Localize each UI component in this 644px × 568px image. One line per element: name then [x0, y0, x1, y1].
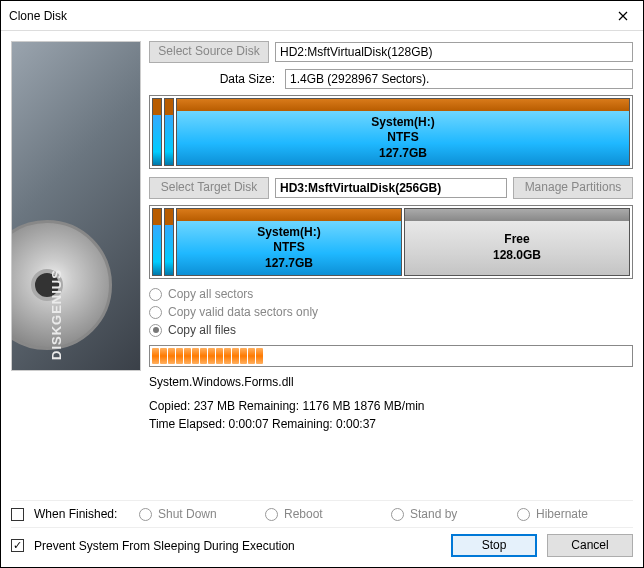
radio-label: Stand by: [410, 507, 457, 521]
radio-icon: [149, 288, 162, 301]
disk-slot: [164, 208, 174, 276]
when-finished-checkbox[interactable]: [11, 508, 24, 521]
current-file: System.Windows.Forms.dll: [149, 375, 633, 389]
partition-name: System(H:): [371, 115, 434, 131]
disk-slot: [164, 98, 174, 166]
radio-icon: [149, 306, 162, 319]
shutdown-radio[interactable]: Shut Down: [139, 507, 255, 521]
close-icon: [618, 11, 628, 21]
radio-label: Copy valid data sectors only: [168, 305, 318, 319]
source-disk-field[interactable]: HD2:MsftVirtualDisk(128GB): [275, 42, 633, 62]
radio-label: Reboot: [284, 507, 323, 521]
stats-block: Copied: 237 MB Remaining: 1176 MB 1876 M…: [149, 397, 633, 433]
window-title: Clone Disk: [9, 9, 603, 23]
stats-line: Time Elapsed: 0:00:07 Remaining: 0:00:37: [149, 415, 633, 433]
disk-slot: [152, 208, 162, 276]
radio-label: Hibernate: [536, 507, 588, 521]
partition-size: 128.0GB: [493, 248, 541, 264]
titlebar: Clone Disk: [1, 1, 643, 31]
sidebar-illustration: DISKGENIUS: [11, 41, 141, 371]
radio-label: Copy all sectors: [168, 287, 253, 301]
radio-icon: [265, 508, 278, 521]
when-finished-label: When Finished:: [34, 507, 129, 521]
source-partition[interactable]: System(H:) NTFS 127.7GB: [176, 98, 630, 166]
partition-name: System(H:): [257, 225, 320, 241]
prevent-sleep-checkbox[interactable]: [11, 539, 24, 552]
radio-label: Shut Down: [158, 507, 217, 521]
stats-line: Copied: 237 MB Remaining: 1176 MB 1876 M…: [149, 397, 633, 415]
standby-radio[interactable]: Stand by: [391, 507, 507, 521]
target-disk-field[interactable]: HD3:MsftVirtualDisk(256GB): [275, 178, 507, 198]
reboot-radio[interactable]: Reboot: [265, 507, 381, 521]
progress-bar: [149, 345, 633, 367]
target-disk-bar: System(H:) NTFS 127.7GB Free 128.0GB: [149, 205, 633, 279]
select-target-disk-button[interactable]: Select Target Disk: [149, 177, 269, 199]
brand-label: DISKGENIUS: [49, 269, 64, 360]
data-size-label: Data Size:: [149, 72, 279, 86]
partition-size: 127.7GB: [379, 146, 427, 162]
stop-button[interactable]: Stop: [451, 534, 537, 557]
partition-fs: NTFS: [387, 130, 418, 146]
data-size-field: 1.4GB (2928967 Sectors).: [285, 69, 633, 89]
copy-all-sectors-radio[interactable]: Copy all sectors: [149, 287, 633, 301]
cancel-button[interactable]: Cancel: [547, 534, 633, 557]
radio-icon: [517, 508, 530, 521]
radio-icon: [149, 324, 162, 337]
manage-partitions-button[interactable]: Manage Partitions: [513, 177, 633, 199]
prevent-sleep-label: Prevent System From Sleeping During Exec…: [34, 539, 295, 553]
partition-name: Free: [504, 232, 529, 248]
select-source-disk-button[interactable]: Select Source Disk: [149, 41, 269, 63]
close-button[interactable]: [603, 1, 643, 31]
target-partition-free[interactable]: Free 128.0GB: [404, 208, 630, 276]
radio-icon: [391, 508, 404, 521]
partition-fs: NTFS: [273, 240, 304, 256]
partition-size: 127.7GB: [265, 256, 313, 272]
copy-valid-sectors-radio[interactable]: Copy valid data sectors only: [149, 305, 633, 319]
copy-all-files-radio[interactable]: Copy all files: [149, 323, 633, 337]
target-partition-1[interactable]: System(H:) NTFS 127.7GB: [176, 208, 402, 276]
source-disk-bar: System(H:) NTFS 127.7GB: [149, 95, 633, 169]
radio-label: Copy all files: [168, 323, 236, 337]
hibernate-radio[interactable]: Hibernate: [517, 507, 633, 521]
disk-slot: [152, 98, 162, 166]
radio-icon: [139, 508, 152, 521]
